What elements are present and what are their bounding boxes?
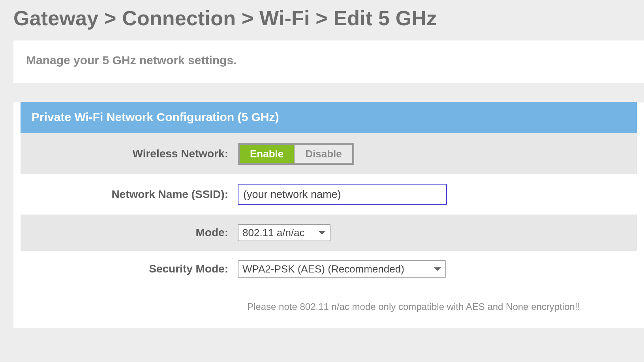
config-card: Private Wi-Fi Network Configuration (5 G… [13,102,644,328]
row-ssid: Network Name (SSID): [21,174,637,215]
row-mode: Mode: 802.11 a/n/ac [21,215,637,251]
section-header: Private Wi-Fi Network Configuration (5 G… [21,102,637,133]
label-wireless-network: Wireless Network: [21,147,238,160]
disable-button[interactable]: Disable [294,145,352,163]
intro-text: Manage your 5 GHz network settings. [26,54,631,67]
row-security-mode: Security Mode: WPA2-PSK (AES) (Recommend… [21,251,637,287]
breadcrumb: Gateway > Connection > Wi-Fi > Edit 5 GH… [0,0,644,38]
label-ssid: Network Name (SSID): [21,188,238,201]
label-mode: Mode: [21,226,238,239]
ssid-input[interactable] [238,184,447,205]
intro-card: Manage your 5 GHz network settings. [13,40,644,83]
mode-select[interactable]: 802.11 a/n/ac [238,224,330,241]
row-wireless-network: Wireless Network: Enable Disable [21,133,637,174]
label-security-mode: Security Mode: [21,263,238,275]
wireless-network-toggle: Enable Disable [238,143,354,165]
security-mode-select[interactable]: WPA2-PSK (AES) (Recommended) [238,260,446,278]
enable-button[interactable]: Enable [240,145,294,163]
compatibility-note: Please note 802.11 n/ac mode only compat… [21,287,637,312]
